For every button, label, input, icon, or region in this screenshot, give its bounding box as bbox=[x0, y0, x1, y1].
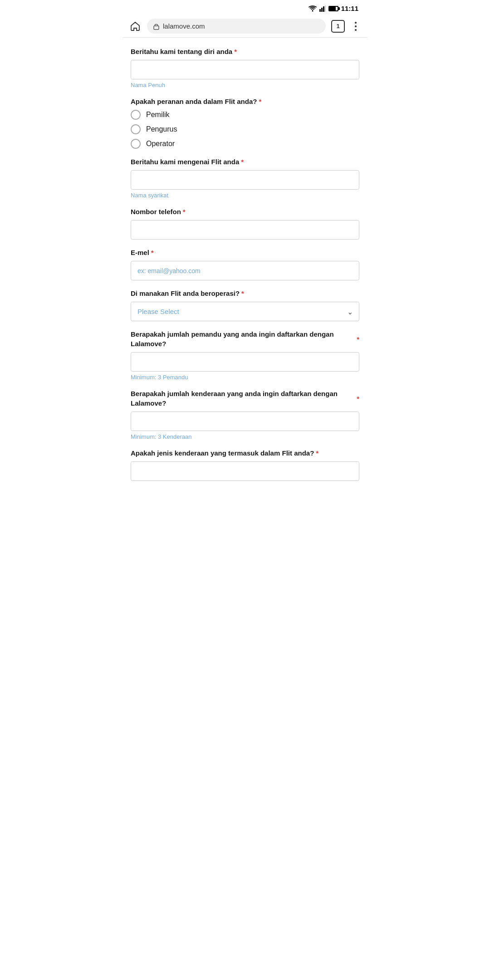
dot1 bbox=[355, 22, 357, 24]
required-star-8: * bbox=[357, 394, 359, 403]
vehicle-type-input[interactable] bbox=[131, 461, 359, 481]
phone-label: Nombor telefon * bbox=[131, 207, 359, 216]
required-star-1: * bbox=[234, 47, 237, 56]
email-input[interactable] bbox=[131, 261, 359, 280]
email-label: E-mel * bbox=[131, 248, 359, 257]
radio-circle-pengurus bbox=[131, 124, 141, 134]
svg-rect-1 bbox=[319, 9, 321, 12]
url-text: lalamove.com bbox=[163, 22, 205, 30]
vehicles-input[interactable] bbox=[131, 412, 359, 431]
drivers-input[interactable] bbox=[131, 352, 359, 372]
required-star-4: * bbox=[183, 207, 186, 216]
required-star-2: * bbox=[259, 97, 261, 106]
vehicle-type-label: Apakah jenis kenderaan yang termasuk dal… bbox=[131, 448, 359, 458]
svg-rect-4 bbox=[325, 5, 326, 12]
menu-dots-button[interactable] bbox=[350, 21, 361, 32]
required-star-3: * bbox=[241, 157, 244, 167]
phone-input[interactable] bbox=[131, 220, 359, 240]
company-hint: Nama syarikat bbox=[131, 192, 359, 199]
vehicles-hint: Minimum: 3 Kenderaan bbox=[131, 433, 359, 440]
location-select[interactable]: Please Select bbox=[131, 302, 359, 321]
svg-rect-2 bbox=[321, 8, 323, 12]
drivers-label: Berapakah jumlah pemandu yang anda ingin… bbox=[131, 329, 359, 348]
company-label: Beritahu kami mengenai Flit anda * bbox=[131, 157, 359, 167]
radio-circle-operator bbox=[131, 139, 141, 149]
svg-rect-3 bbox=[323, 6, 324, 12]
location-section: Di manakan Flit anda beroperasi? * Pleas… bbox=[131, 289, 359, 321]
tab-count[interactable]: 1 bbox=[331, 20, 345, 33]
lock-icon bbox=[153, 23, 159, 30]
radio-pengurus[interactable]: Pengurus bbox=[131, 124, 359, 134]
svg-point-0 bbox=[312, 10, 313, 11]
email-section: E-mel * bbox=[131, 248, 359, 280]
required-star-9: * bbox=[316, 448, 318, 458]
form-content: Beritahu kami tentang diri anda * Nama P… bbox=[122, 38, 368, 503]
vehicles-label: Berapakah jumlah kenderaan yang anda ing… bbox=[131, 389, 359, 408]
company-name-input[interactable] bbox=[131, 170, 359, 190]
radio-label-operator: Operator bbox=[146, 140, 175, 148]
radio-circle-pemilik bbox=[131, 110, 141, 120]
status-time: 11:11 bbox=[341, 5, 358, 12]
required-star-6: * bbox=[241, 289, 244, 298]
browser-chrome: lalamove.com 1 bbox=[122, 15, 368, 38]
location-label: Di manakan Flit anda beroperasi? * bbox=[131, 289, 359, 298]
vehicle-type-section: Apakah jenis kenderaan yang termasuk dal… bbox=[131, 448, 359, 481]
home-button[interactable] bbox=[129, 20, 142, 33]
status-bar: 11:11 bbox=[122, 0, 368, 15]
wifi-icon bbox=[309, 5, 317, 12]
signal-icon bbox=[319, 5, 326, 12]
radio-label-pengurus: Pengurus bbox=[146, 125, 177, 133]
company-section: Beritahu kami mengenai Flit anda * Nama … bbox=[131, 157, 359, 199]
full-name-label: Beritahu kami tentang diri anda * bbox=[131, 47, 359, 56]
full-name-input[interactable] bbox=[131, 60, 359, 79]
battery-icon bbox=[328, 6, 338, 11]
status-icons: 11:11 bbox=[309, 5, 358, 12]
dot3 bbox=[355, 29, 357, 31]
svg-rect-5 bbox=[154, 26, 159, 29]
url-bar[interactable]: lalamove.com bbox=[147, 19, 326, 34]
dot2 bbox=[355, 25, 357, 27]
drivers-section: Berapakah jumlah pemandu yang anda ingin… bbox=[131, 329, 359, 381]
phone-section: Nombor telefon * bbox=[131, 207, 359, 240]
role-radio-group: Pemilik Pengurus Operator bbox=[131, 110, 359, 149]
required-star-5: * bbox=[151, 248, 154, 257]
full-name-section: Beritahu kami tentang diri anda * Nama P… bbox=[131, 47, 359, 88]
role-section: Apakah peranan anda dalam Flit anda? * P… bbox=[131, 97, 359, 149]
drivers-hint: Minimum: 3 Pemandu bbox=[131, 374, 359, 381]
full-name-hint: Nama Penuh bbox=[131, 82, 359, 88]
radio-operator[interactable]: Operator bbox=[131, 139, 359, 149]
vehicles-section: Berapakah jumlah kenderaan yang anda ing… bbox=[131, 389, 359, 440]
required-star-7: * bbox=[357, 334, 359, 344]
location-select-wrapper: Please Select ⌄ bbox=[131, 302, 359, 321]
radio-label-pemilik: Pemilik bbox=[146, 111, 170, 119]
radio-pemilik[interactable]: Pemilik bbox=[131, 110, 359, 120]
role-label: Apakah peranan anda dalam Flit anda? * bbox=[131, 97, 359, 106]
